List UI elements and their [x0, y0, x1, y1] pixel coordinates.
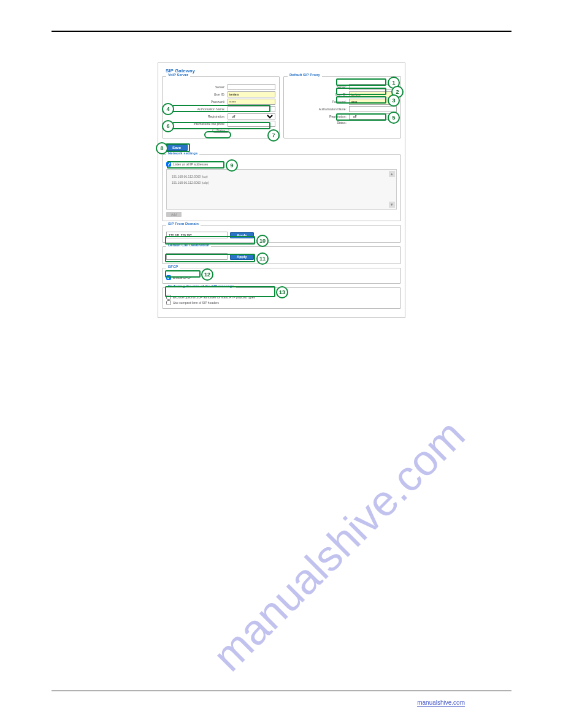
- label-password: Password:: [211, 100, 225, 104]
- callout-5: 5: [388, 112, 400, 124]
- label-authname2: Authorisation Name:: [319, 107, 347, 111]
- label-status2: Status:: [337, 121, 347, 124]
- hl-4: [172, 105, 270, 112]
- scroll-down-icon[interactable]: ▾: [389, 202, 395, 208]
- proxy-authname-input[interactable]: [349, 106, 397, 112]
- sip-from-legend: SIP From Domain: [166, 222, 201, 226]
- reduce-opt2-checkbox[interactable]: [166, 300, 171, 305]
- label-server: Server:: [215, 85, 225, 89]
- label-registration: Registration:: [208, 115, 225, 118]
- net-item[interactable]: 191.168.66.112:5060 (udp): [172, 181, 388, 184]
- callout-8: 8: [156, 142, 168, 154]
- footer-link[interactable]: manualshive.com: [417, 699, 465, 707]
- hl-2: [336, 88, 386, 95]
- label-userid: User ID:: [214, 93, 225, 96]
- network-list[interactable]: ▴ ▾ 191.168.66.112:5060 (tcp) 191.168.66…: [166, 169, 397, 210]
- top-rule: [52, 31, 511, 32]
- callout-7: 7: [267, 129, 280, 142]
- callout-9: 9: [226, 159, 238, 172]
- sip-gateway-panel: SIP Gateway VoIP Server Server: User ID:…: [158, 63, 405, 318]
- voip-password-input[interactable]: [228, 99, 275, 105]
- hl-1: [336, 78, 386, 86]
- callout-13: 13: [276, 286, 288, 298]
- hl-3: [336, 96, 386, 104]
- voip-legend: VoIP Server: [166, 73, 190, 77]
- hl-12: [165, 270, 201, 278]
- hl-8: [166, 143, 190, 152]
- watermark-text: manualshive.com: [203, 410, 474, 681]
- voip-userid-input[interactable]: [228, 91, 275, 97]
- net-item[interactable]: 191.168.66.112:5060 (tcp): [172, 175, 388, 178]
- callout-11: 11: [256, 252, 269, 265]
- hl-5: [336, 113, 386, 121]
- scroll-up-icon[interactable]: ▴: [389, 171, 395, 177]
- callout-10: 10: [256, 235, 269, 247]
- hl-13: [165, 286, 275, 297]
- proxy-legend: Default SIP Proxy: [288, 73, 322, 77]
- hl-7: [204, 131, 231, 138]
- reduce-opt2-label: Use compact form of SIP headers: [173, 301, 219, 305]
- bfcp-legend: BFCP: [166, 265, 180, 268]
- hl-10: [165, 236, 255, 245]
- panel-title: SIP Gateway: [166, 68, 401, 74]
- voip-server-input[interactable]: [228, 84, 275, 90]
- bottom-rule: [52, 691, 511, 691]
- voip-registration-select[interactable]: off: [228, 113, 275, 119]
- callout-3: 3: [388, 94, 400, 107]
- callout-4: 4: [162, 103, 174, 115]
- add-button[interactable]: Add: [166, 212, 182, 217]
- hl-11: [165, 254, 255, 262]
- hl-9: [167, 161, 224, 169]
- callout-6: 6: [162, 120, 174, 132]
- callout-12: 12: [201, 268, 213, 281]
- hl-6: [172, 122, 270, 129]
- document-page: manualshive.com SIP Gateway VoIP Server …: [0, 0, 563, 728]
